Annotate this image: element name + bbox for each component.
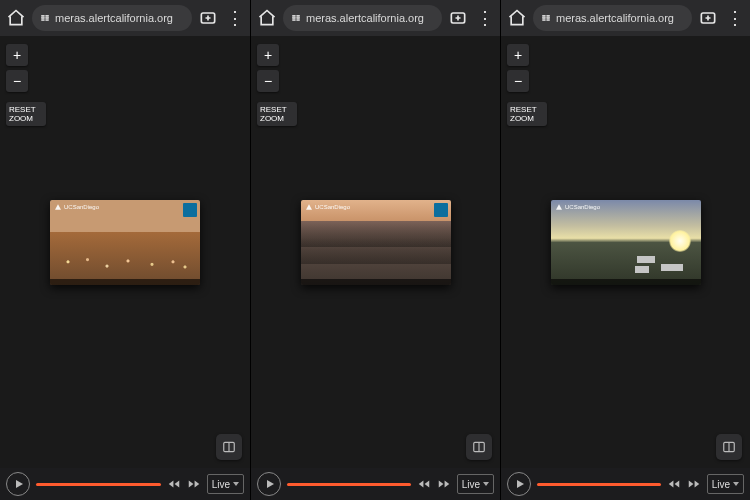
reset-zoom-button[interactable]: RESETZOOM bbox=[6, 102, 46, 126]
live-selector[interactable]: Live bbox=[457, 474, 494, 494]
play-button[interactable] bbox=[507, 472, 531, 496]
url-bar[interactable]: meras.alertcalifornia.org bbox=[283, 5, 442, 31]
chevron-down-icon bbox=[733, 482, 739, 486]
zoom-in-button[interactable]: + bbox=[257, 44, 279, 66]
svg-rect-13 bbox=[297, 18, 300, 19]
ucsd-watermark: UCSanDiego bbox=[54, 203, 99, 211]
url-bar[interactable]: meras.alertcalifornia.org bbox=[32, 5, 192, 31]
three-pane-layout: meras.alertcalifornia.org ⋮ + − RESETZOO… bbox=[0, 0, 750, 500]
menu-icon[interactable]: ⋮ bbox=[474, 8, 494, 28]
zoom-controls: + − RESETZOOM bbox=[257, 44, 297, 126]
playback-bar: Live bbox=[251, 468, 500, 500]
svg-rect-12 bbox=[297, 16, 300, 17]
skip-forward-button[interactable] bbox=[187, 477, 201, 491]
zoom-out-button[interactable]: − bbox=[257, 70, 279, 92]
svg-rect-2 bbox=[42, 20, 45, 21]
zoom-controls: + − RESETZOOM bbox=[507, 44, 547, 126]
new-tab-icon[interactable] bbox=[698, 8, 718, 28]
zoom-controls: + − RESETZOOM bbox=[6, 44, 46, 126]
split-view-button[interactable] bbox=[466, 434, 492, 460]
svg-rect-21 bbox=[547, 16, 550, 17]
timeline-scrubber[interactable] bbox=[287, 483, 411, 486]
zoom-out-button[interactable]: − bbox=[6, 70, 28, 92]
split-view-button[interactable] bbox=[216, 434, 242, 460]
url-bar[interactable]: meras.alertcalifornia.org bbox=[533, 5, 692, 31]
url-text: meras.alertcalifornia.org bbox=[556, 12, 674, 24]
browser-pane: meras.alertcalifornia.org ⋮ + − RESETZOO… bbox=[500, 0, 750, 500]
site-settings-icon[interactable] bbox=[541, 13, 551, 23]
new-tab-icon[interactable] bbox=[448, 8, 468, 28]
sun-icon bbox=[669, 230, 691, 252]
pge-badge-icon bbox=[183, 203, 197, 217]
camera-thumbnail[interactable]: UCSanDiego bbox=[301, 200, 451, 285]
browser-pane: meras.alertcalifornia.org ⋮ + − RESETZOO… bbox=[0, 0, 250, 500]
play-button[interactable] bbox=[6, 472, 30, 496]
browser-pane: meras.alertcalifornia.org ⋮ + − RESETZOO… bbox=[250, 0, 500, 500]
skip-forward-button[interactable] bbox=[437, 477, 451, 491]
svg-rect-23 bbox=[547, 20, 550, 21]
timeline-scrubber[interactable] bbox=[537, 483, 661, 486]
reset-zoom-button[interactable]: RESETZOOM bbox=[507, 102, 547, 126]
svg-rect-20 bbox=[543, 20, 546, 21]
playback-bar: Live bbox=[0, 468, 250, 500]
svg-rect-3 bbox=[46, 16, 49, 17]
svg-rect-5 bbox=[46, 20, 49, 21]
browser-toolbar: meras.alertcalifornia.org ⋮ bbox=[251, 0, 500, 36]
play-icon bbox=[16, 480, 23, 488]
pge-badge-icon bbox=[434, 203, 448, 217]
playback-bar: Live bbox=[501, 468, 750, 500]
play-icon bbox=[267, 480, 274, 488]
skip-back-button[interactable] bbox=[667, 477, 681, 491]
svg-rect-11 bbox=[293, 20, 296, 21]
play-button[interactable] bbox=[257, 472, 281, 496]
home-icon[interactable] bbox=[507, 8, 527, 28]
skip-back-button[interactable] bbox=[167, 477, 181, 491]
chevron-down-icon bbox=[483, 482, 489, 486]
menu-icon[interactable]: ⋮ bbox=[724, 8, 744, 28]
zoom-in-button[interactable]: + bbox=[507, 44, 529, 66]
ucsd-watermark: UCSanDiego bbox=[555, 203, 600, 211]
chevron-down-icon bbox=[233, 482, 239, 486]
new-tab-icon[interactable] bbox=[198, 8, 218, 28]
browser-toolbar: meras.alertcalifornia.org ⋮ bbox=[0, 0, 250, 36]
svg-rect-10 bbox=[293, 18, 296, 19]
browser-toolbar: meras.alertcalifornia.org ⋮ bbox=[501, 0, 750, 36]
camera-thumbnail[interactable]: UCSanDiego bbox=[50, 200, 200, 285]
zoom-out-button[interactable]: − bbox=[507, 70, 529, 92]
site-settings-icon[interactable] bbox=[40, 13, 50, 23]
live-selector[interactable]: Live bbox=[707, 474, 744, 494]
live-selector[interactable]: Live bbox=[207, 474, 244, 494]
site-settings-icon[interactable] bbox=[291, 13, 301, 23]
home-icon[interactable] bbox=[257, 8, 277, 28]
svg-rect-4 bbox=[46, 18, 49, 19]
reset-zoom-button[interactable]: RESETZOOM bbox=[257, 102, 297, 126]
skip-back-button[interactable] bbox=[417, 477, 431, 491]
svg-rect-18 bbox=[543, 16, 546, 17]
url-text: meras.alertcalifornia.org bbox=[306, 12, 424, 24]
skip-forward-button[interactable] bbox=[687, 477, 701, 491]
svg-rect-22 bbox=[547, 18, 550, 19]
url-text: meras.alertcalifornia.org bbox=[55, 12, 173, 24]
ucsd-watermark: UCSanDiego bbox=[305, 203, 350, 211]
play-icon bbox=[517, 480, 524, 488]
home-icon[interactable] bbox=[6, 8, 26, 28]
zoom-in-button[interactable]: + bbox=[6, 44, 28, 66]
menu-icon[interactable]: ⋮ bbox=[224, 8, 244, 28]
svg-rect-9 bbox=[293, 16, 296, 17]
timeline-scrubber[interactable] bbox=[36, 483, 161, 486]
svg-rect-1 bbox=[42, 18, 45, 19]
svg-rect-0 bbox=[42, 16, 45, 17]
svg-rect-19 bbox=[543, 18, 546, 19]
svg-rect-14 bbox=[297, 20, 300, 21]
camera-thumbnail[interactable]: UCSanDiego bbox=[551, 200, 701, 285]
split-view-button[interactable] bbox=[716, 434, 742, 460]
